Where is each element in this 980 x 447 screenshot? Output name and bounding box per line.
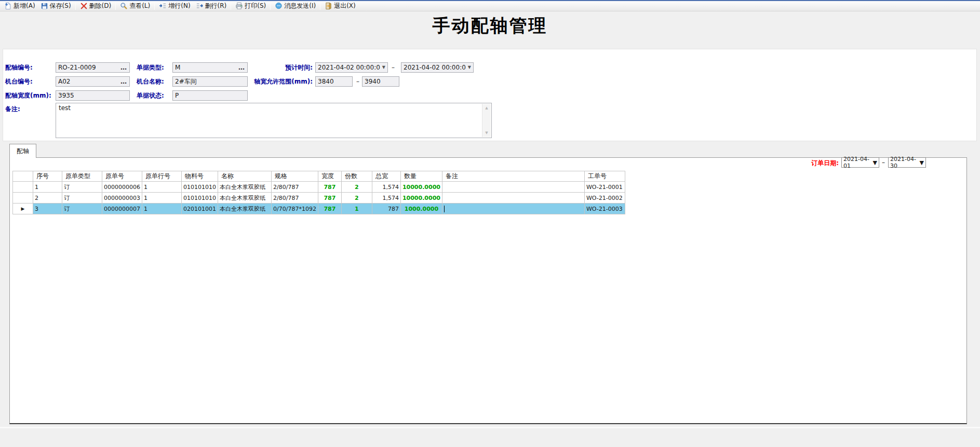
grid-cell-xh[interactable]: 3 (33, 204, 62, 214)
grid-cell-kd[interactable]: 787 (318, 204, 341, 214)
grid-cell-gg[interactable]: 0/70/787*1092 (272, 204, 318, 214)
column-header-kd[interactable]: 宽度 (318, 171, 341, 182)
grid-cell-wlh[interactable]: 010101010 (182, 182, 218, 193)
column-header-fs[interactable]: 份数 (341, 171, 372, 182)
column-header-zk[interactable]: 总宽 (372, 171, 400, 182)
beizhu-value: test (59, 104, 71, 112)
grid-cell-fs[interactable]: 1 (341, 204, 372, 214)
table-row[interactable]: 1订00000000061010101010本白全木浆双胶纸2/80/78778… (13, 182, 625, 193)
grid-cell-ydhh[interactable]: 1 (142, 193, 182, 204)
grid-cell-bz[interactable] (442, 204, 584, 214)
table-row[interactable]: ▶3订00000000071020101001本白全木浆双胶纸0/70/787*… (13, 204, 625, 214)
danju-zhuangtai-field[interactable]: P (172, 90, 248, 101)
jitai-bianhao-field[interactable]: A02 … (56, 76, 130, 87)
jitai-mingcheng-label: 机台名称: (137, 76, 164, 87)
range-dash: – (356, 76, 359, 87)
current-row-indicator[interactable]: ▶ (13, 204, 33, 214)
row-indicator[interactable] (13, 193, 33, 204)
grid-cell-ydh[interactable]: 0000000003 (102, 193, 142, 204)
grid-cell-ydh[interactable]: 0000000007 (102, 204, 142, 214)
grid-cell-bz[interactable] (442, 182, 584, 193)
yuji-shijian-to-picker[interactable]: 2021-04-02 00:00:00 ▼ (401, 62, 474, 73)
table-row[interactable]: 2订00000000031010101010本白全木浆双胶纸2/80/78778… (13, 193, 625, 204)
save-button[interactable]: 保存(S) (38, 1, 74, 11)
toolbar-separator (231, 2, 231, 10)
zhoukuan-min-field[interactable]: 3840 (315, 76, 353, 87)
column-header-gg[interactable]: 规格 (272, 171, 318, 182)
chevron-down-icon[interactable]: ▼ (466, 63, 471, 72)
chevron-down-icon[interactable]: ▼ (920, 159, 924, 166)
grid-cell-zk[interactable]: 1,574 (372, 182, 400, 193)
grid-cell-sl[interactable]: 10000.0000 (400, 182, 442, 193)
tab-peizhou[interactable]: 配轴 (9, 144, 36, 158)
exit-button[interactable]: 退出(X) (322, 1, 358, 11)
beizhu-textarea[interactable]: test ▲ ▼ (56, 103, 492, 138)
grid-cell-bz[interactable] (442, 193, 584, 204)
order-date-from-picker[interactable]: 2021-04-01 ▼ (841, 157, 879, 168)
scroll-up-icon[interactable]: ▲ (482, 104, 491, 112)
column-header-bz[interactable]: 备注 (442, 171, 584, 182)
add-row-icon (159, 2, 167, 10)
danju-leixing-field[interactable]: M … (172, 62, 248, 73)
view-button[interactable]: 查看(L) (117, 1, 153, 11)
grid-cell-gdh[interactable]: WO-21-0001 (584, 182, 625, 193)
column-header-xh[interactable]: 序号 (33, 171, 62, 182)
yuji-shijian-from-picker[interactable]: 2021-04-02 00:00:00 ▼ (315, 62, 388, 73)
message-send-button[interactable]: 消息发送(I) (272, 1, 318, 11)
grid-cell-ydh[interactable]: 0000000006 (102, 182, 142, 193)
grid-cell-ydhh[interactable]: 1 (142, 182, 182, 193)
grid-cell-zk[interactable]: 787 (372, 204, 400, 214)
new-button[interactable]: 新增(A) (2, 1, 38, 11)
grid-cell-mc[interactable]: 本白全木浆双胶纸 (218, 204, 272, 214)
grid-cell-zk[interactable]: 1,574 (372, 193, 400, 204)
grid-cell-xh[interactable]: 1 (33, 182, 62, 193)
grid-cell-mc[interactable]: 本白全木浆双胶纸 (218, 182, 272, 193)
grid-cell-ydhh[interactable]: 1 (142, 204, 182, 214)
grid-cell-xh[interactable]: 2 (33, 193, 62, 204)
new-button-label: 新增(A) (14, 2, 35, 10)
grid-cell-kd[interactable]: 787 (318, 182, 341, 193)
peizhou-bianhao-field[interactable]: RO-21-0009 … (56, 62, 130, 73)
order-date-to-picker[interactable]: 2021-04-30 ▼ (888, 157, 926, 168)
grid-cell-gdh[interactable]: WO-21-0003 (584, 204, 625, 214)
grid-cell-gdh[interactable]: WO-21-0002 (584, 193, 625, 204)
chevron-down-icon[interactable]: ▼ (380, 63, 385, 72)
ellipsis-button[interactable]: … (118, 63, 127, 72)
grid-cell-sl[interactable]: 1000.0000 (400, 204, 442, 214)
row-indicator[interactable] (13, 182, 33, 193)
ellipsis-button[interactable]: … (118, 77, 127, 86)
delete-row-button[interactable]: 删行(R) (193, 1, 230, 11)
scroll-down-icon[interactable]: ▼ (482, 129, 491, 137)
delete-row-icon (196, 2, 204, 10)
grid-cell-gg[interactable]: 2/80/787 (272, 193, 318, 204)
range-dash: – (882, 157, 885, 168)
peizhou-kuandu-field[interactable]: 3935 (56, 90, 130, 101)
column-header-ydlx[interactable]: 原单类型 (62, 171, 102, 182)
yuji-shijian-label: 预计时间: (239, 62, 313, 73)
scrollbar[interactable]: ▲ ▼ (482, 104, 491, 137)
column-header-sl[interactable]: 数量 (400, 171, 442, 182)
grid-cell-wlh[interactable]: 020101001 (182, 204, 218, 214)
grid-cell-gg[interactable]: 2/80/787 (272, 182, 318, 193)
grid-cell-mc[interactable]: 本白全木浆双胶纸 (218, 193, 272, 204)
column-header-gdh[interactable]: 工单号 (584, 171, 625, 182)
column-header-mc[interactable]: 名称 (218, 171, 272, 182)
grid-cell-ydlx[interactable]: 订 (62, 193, 102, 204)
zhoukuan-max-field[interactable]: 3940 (362, 76, 399, 87)
delete-button[interactable]: 删除(D) (77, 1, 114, 11)
column-header-ydhh[interactable]: 原单行号 (142, 171, 182, 182)
grid-cell-sl[interactable]: 10000.0000 (400, 193, 442, 204)
column-header-ydh[interactable]: 原单号 (102, 171, 142, 182)
print-button[interactable]: 打印(S) (233, 1, 269, 11)
danju-zhuangtai-label: 单据状态: (137, 90, 164, 101)
toolbar: 新增(A)保存(S)删除(D)查看(L)增行(N)删行(R)打印(S)消息发送(… (0, 0, 980, 11)
add-row-button[interactable]: 增行(N) (156, 1, 193, 11)
grid-cell-ydlx[interactable]: 订 (62, 182, 102, 193)
chevron-down-icon[interactable]: ▼ (873, 159, 877, 166)
grid-cell-kd[interactable]: 787 (318, 193, 341, 204)
grid-cell-fs[interactable]: 2 (341, 193, 372, 204)
grid-cell-ydlx[interactable]: 订 (62, 204, 102, 214)
grid-cell-wlh[interactable]: 010101010 (182, 193, 218, 204)
grid-cell-fs[interactable]: 2 (341, 182, 372, 193)
column-header-wlh[interactable]: 物料号 (182, 171, 218, 182)
